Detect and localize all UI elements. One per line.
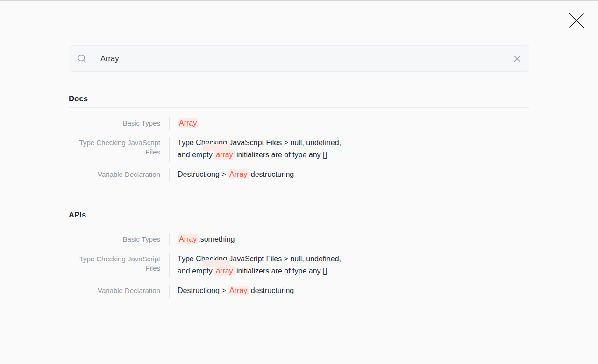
result-label: Variable Declaration: [69, 285, 169, 298]
close-icon: [568, 12, 585, 29]
result-row[interactable]: Type Checking JavaScript Files Type Chec…: [69, 137, 529, 162]
result-text: Destructiong >: [178, 170, 228, 178]
results-section: Docs Basic Types Array Type Checking Jav…: [69, 94, 529, 182]
match-highlight: Array: [228, 286, 249, 295]
result-text: .something: [198, 235, 235, 243]
search-icon: [77, 54, 87, 63]
result-content: Type Checking JavaScript Files > null, u…: [169, 253, 365, 278]
result-content: Array.something: [169, 233, 365, 246]
results-section: APIs Basic Types Array.something Type Ch…: [69, 210, 529, 298]
clear-search-button[interactable]: [509, 51, 525, 67]
result-content: Destructiong > Array destructuring: [169, 168, 365, 182]
match-highlight: array: [214, 150, 234, 160]
result-text: initializers are of type any []: [235, 151, 327, 159]
search-overlay: Docs Basic Types Array Type Checking Jav…: [69, 0, 529, 298]
result-row[interactable]: Variable Declaration Destructiong > Arra…: [69, 285, 529, 298]
result-label: Variable Declaration: [69, 168, 169, 182]
match-highlight: Array: [178, 118, 198, 128]
section-results: Basic Types Array Type Checking JavaScri…: [69, 108, 529, 182]
result-text: destructuring: [249, 170, 294, 178]
result-content: Type Checking JavaScript Files > null, u…: [169, 137, 365, 162]
result-content: Destructiong > Array destructuring: [169, 285, 365, 298]
result-row[interactable]: Basic Types Array.something: [69, 233, 529, 246]
result-text: Type Checking JavaScript Files > null, u…: [178, 139, 341, 147]
results: Docs Basic Types Array Type Checking Jav…: [69, 94, 529, 298]
search-input[interactable]: [87, 54, 509, 63]
result-content: Array: [169, 117, 365, 130]
clear-icon: [513, 55, 521, 63]
match-highlight: array: [214, 266, 234, 276]
result-label: Type Checking JavaScript Files: [69, 253, 169, 278]
result-label: Type Checking JavaScript Files: [69, 137, 169, 162]
section-results: Basic Types Array.something Type Checkin…: [69, 224, 529, 298]
section-title: APIs: [69, 210, 529, 224]
result-label: Basic Types: [69, 117, 169, 130]
result-text: initializers are of type any []: [235, 267, 327, 275]
result-row[interactable]: Type Checking JavaScript Files Type Chec…: [69, 253, 529, 278]
section-title: Docs: [69, 94, 529, 108]
result-label: Basic Types: [69, 233, 169, 246]
result-row[interactable]: Variable Declaration Destructiong > Arra…: [69, 168, 529, 182]
result-row[interactable]: Basic Types Array: [69, 117, 529, 130]
result-text: and empty: [178, 267, 214, 275]
match-highlight: Array: [178, 234, 198, 244]
result-text: and empty: [178, 151, 214, 159]
result-text: destructuring: [249, 287, 294, 294]
top-border: [0, 0, 598, 1]
result-text: Type Checking JavaScript Files > null, u…: [178, 255, 341, 263]
close-overlay-button[interactable]: [566, 10, 587, 31]
result-text: Destructiong >: [178, 287, 228, 294]
match-highlight: Array: [228, 169, 249, 179]
search-bar: [69, 45, 529, 72]
